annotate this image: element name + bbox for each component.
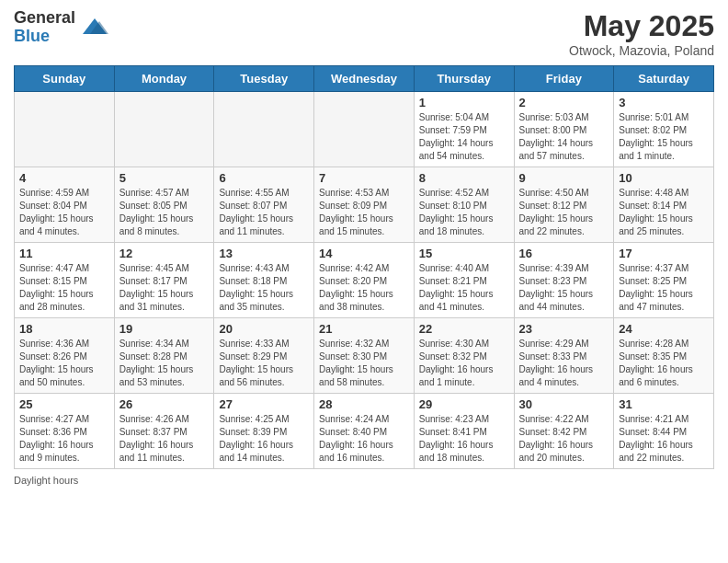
- day-number: 3: [619, 96, 709, 109]
- calendar-week-1: 1Sunrise: 5:04 AM Sunset: 7:59 PM Daylig…: [15, 92, 714, 167]
- day-info: Sunrise: 4:50 AM Sunset: 8:12 PM Dayligh…: [519, 187, 609, 238]
- calendar-cell: 30Sunrise: 4:22 AM Sunset: 8:42 PM Dayli…: [514, 394, 614, 469]
- logo-general: General: [14, 9, 75, 28]
- day-number: 23: [519, 322, 609, 336]
- calendar-cell: 10Sunrise: 4:48 AM Sunset: 8:14 PM Dayli…: [614, 167, 714, 243]
- day-number: 27: [219, 397, 309, 411]
- calendar-cell: 31Sunrise: 4:21 AM Sunset: 8:44 PM Dayli…: [614, 394, 714, 469]
- day-info: Sunrise: 5:04 AM Sunset: 7:59 PM Dayligh…: [419, 111, 509, 163]
- calendar-header-monday: Monday: [114, 66, 214, 92]
- day-number: 28: [319, 397, 409, 411]
- calendar-header-wednesday: Wednesday: [314, 66, 415, 92]
- calendar-cell: 2Sunrise: 5:03 AM Sunset: 8:00 PM Daylig…: [514, 92, 614, 167]
- calendar-week-3: 11Sunrise: 4:47 AM Sunset: 8:15 PM Dayli…: [15, 243, 714, 318]
- day-info: Sunrise: 4:39 AM Sunset: 8:23 PM Dayligh…: [519, 262, 609, 314]
- calendar-cell: 11Sunrise: 4:47 AM Sunset: 8:15 PM Dayli…: [15, 243, 115, 318]
- day-info: Sunrise: 4:45 AM Sunset: 8:17 PM Dayligh…: [119, 262, 210, 314]
- calendar-week-5: 25Sunrise: 4:27 AM Sunset: 8:36 PM Dayli…: [15, 394, 714, 469]
- day-info: Sunrise: 4:59 AM Sunset: 8:04 PM Dayligh…: [19, 187, 109, 238]
- calendar-cell: 16Sunrise: 4:39 AM Sunset: 8:23 PM Dayli…: [514, 243, 614, 318]
- day-number: 13: [219, 247, 309, 260]
- calendar-cell: 29Sunrise: 4:23 AM Sunset: 8:41 PM Dayli…: [414, 394, 514, 469]
- calendar-cell: 8Sunrise: 4:52 AM Sunset: 8:10 PM Daylig…: [414, 167, 514, 243]
- calendar-cell: 13Sunrise: 4:43 AM Sunset: 8:18 PM Dayli…: [214, 243, 314, 318]
- logo-blue: Blue: [14, 28, 75, 46]
- day-info: Sunrise: 4:25 AM Sunset: 8:39 PM Dayligh…: [219, 413, 309, 465]
- day-number: 4: [19, 171, 109, 185]
- day-number: 9: [519, 171, 609, 185]
- calendar-cell: [114, 92, 214, 167]
- footer-label: Daylight hours: [14, 475, 78, 486]
- day-info: Sunrise: 4:24 AM Sunset: 8:40 PM Dayligh…: [319, 413, 409, 465]
- day-info: Sunrise: 4:40 AM Sunset: 8:21 PM Dayligh…: [419, 262, 509, 314]
- calendar-cell: 19Sunrise: 4:34 AM Sunset: 8:28 PM Dayli…: [114, 318, 214, 394]
- day-info: Sunrise: 4:33 AM Sunset: 8:29 PM Dayligh…: [219, 338, 309, 389]
- calendar-cell: 6Sunrise: 4:55 AM Sunset: 8:07 PM Daylig…: [214, 167, 314, 243]
- calendar-cell: 15Sunrise: 4:40 AM Sunset: 8:21 PM Dayli…: [414, 243, 514, 318]
- day-info: Sunrise: 4:57 AM Sunset: 8:05 PM Dayligh…: [119, 187, 210, 238]
- calendar-week-2: 4Sunrise: 4:59 AM Sunset: 8:04 PM Daylig…: [15, 167, 714, 243]
- day-info: Sunrise: 4:36 AM Sunset: 8:26 PM Dayligh…: [19, 338, 109, 389]
- calendar-cell: 18Sunrise: 4:36 AM Sunset: 8:26 PM Dayli…: [15, 318, 115, 394]
- day-number: 20: [219, 322, 309, 336]
- day-info: Sunrise: 4:30 AM Sunset: 8:32 PM Dayligh…: [419, 338, 509, 389]
- calendar-header-saturday: Saturday: [614, 66, 714, 92]
- day-info: Sunrise: 4:21 AM Sunset: 8:44 PM Dayligh…: [619, 413, 709, 465]
- logo-text: General Blue: [14, 9, 75, 46]
- calendar-cell: 20Sunrise: 4:33 AM Sunset: 8:29 PM Dayli…: [214, 318, 314, 394]
- day-number: 31: [619, 397, 709, 411]
- day-number: 5: [119, 171, 210, 185]
- day-info: Sunrise: 5:03 AM Sunset: 8:00 PM Dayligh…: [519, 111, 609, 163]
- day-info: Sunrise: 4:22 AM Sunset: 8:42 PM Dayligh…: [519, 413, 609, 465]
- calendar-cell: 23Sunrise: 4:29 AM Sunset: 8:33 PM Dayli…: [514, 318, 614, 394]
- day-number: 19: [119, 322, 210, 336]
- calendar-cell: [214, 92, 314, 167]
- calendar-cell: 14Sunrise: 4:42 AM Sunset: 8:20 PM Dayli…: [314, 243, 415, 318]
- logo-icon: [81, 14, 108, 41]
- day-info: Sunrise: 4:32 AM Sunset: 8:30 PM Dayligh…: [319, 338, 409, 389]
- calendar-cell: 27Sunrise: 4:25 AM Sunset: 8:39 PM Dayli…: [214, 394, 314, 469]
- day-number: 6: [219, 171, 309, 185]
- day-info: Sunrise: 4:47 AM Sunset: 8:15 PM Dayligh…: [19, 262, 109, 314]
- day-number: 7: [319, 171, 409, 185]
- day-number: 1: [419, 96, 509, 109]
- calendar-cell: 9Sunrise: 4:50 AM Sunset: 8:12 PM Daylig…: [514, 167, 614, 243]
- day-number: 14: [319, 247, 409, 260]
- day-info: Sunrise: 4:37 AM Sunset: 8:25 PM Dayligh…: [619, 262, 709, 314]
- calendar-cell: 21Sunrise: 4:32 AM Sunset: 8:30 PM Dayli…: [314, 318, 415, 394]
- day-info: Sunrise: 5:01 AM Sunset: 8:02 PM Dayligh…: [619, 111, 709, 163]
- calendar-cell: 3Sunrise: 5:01 AM Sunset: 8:02 PM Daylig…: [614, 92, 714, 167]
- day-info: Sunrise: 4:43 AM Sunset: 8:18 PM Dayligh…: [219, 262, 309, 314]
- day-info: Sunrise: 4:53 AM Sunset: 8:09 PM Dayligh…: [319, 187, 409, 238]
- day-info: Sunrise: 4:29 AM Sunset: 8:33 PM Dayligh…: [519, 338, 609, 389]
- day-number: 24: [619, 322, 709, 336]
- calendar-cell: 7Sunrise: 4:53 AM Sunset: 8:09 PM Daylig…: [314, 167, 415, 243]
- footer: Daylight hours: [14, 475, 714, 486]
- day-number: 22: [419, 322, 509, 336]
- calendar-cell: 28Sunrise: 4:24 AM Sunset: 8:40 PM Dayli…: [314, 394, 415, 469]
- header: General Blue May 2025 Otwock, Mazovia, P…: [14, 9, 714, 58]
- day-info: Sunrise: 4:34 AM Sunset: 8:28 PM Dayligh…: [119, 338, 210, 389]
- day-number: 25: [19, 397, 109, 411]
- calendar-header-tuesday: Tuesday: [214, 66, 314, 92]
- day-number: 18: [19, 322, 109, 336]
- day-number: 29: [419, 397, 509, 411]
- day-number: 12: [119, 247, 210, 260]
- day-number: 17: [619, 247, 709, 260]
- calendar-header-thursday: Thursday: [414, 66, 514, 92]
- title-block: May 2025 Otwock, Mazovia, Poland: [569, 9, 714, 58]
- day-info: Sunrise: 4:42 AM Sunset: 8:20 PM Dayligh…: [319, 262, 409, 314]
- main-title: May 2025: [569, 9, 714, 43]
- day-info: Sunrise: 4:48 AM Sunset: 8:14 PM Dayligh…: [619, 187, 709, 238]
- calendar-cell: 26Sunrise: 4:26 AM Sunset: 8:37 PM Dayli…: [114, 394, 214, 469]
- day-number: 30: [519, 397, 609, 411]
- page: General Blue May 2025 Otwock, Mazovia, P…: [0, 0, 728, 563]
- calendar-header-sunday: Sunday: [15, 66, 115, 92]
- calendar: SundayMondayTuesdayWednesdayThursdayFrid…: [14, 65, 714, 469]
- calendar-cell: [314, 92, 415, 167]
- day-number: 11: [19, 247, 109, 260]
- calendar-cell: [15, 92, 115, 167]
- day-info: Sunrise: 4:26 AM Sunset: 8:37 PM Dayligh…: [119, 413, 210, 465]
- subtitle: Otwock, Mazovia, Poland: [569, 43, 714, 58]
- calendar-cell: 1Sunrise: 5:04 AM Sunset: 7:59 PM Daylig…: [414, 92, 514, 167]
